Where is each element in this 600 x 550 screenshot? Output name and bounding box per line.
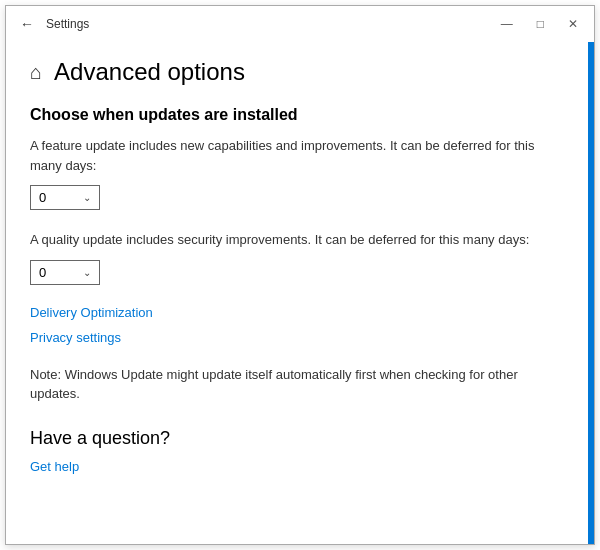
links-section: Delivery Optimization Privacy settings xyxy=(30,305,564,345)
section-title: Choose when updates are installed xyxy=(30,106,564,124)
title-bar: ← Settings — □ ✕ xyxy=(6,6,594,42)
note-text: Note: Windows Update might update itself… xyxy=(30,365,564,404)
get-help-link[interactable]: Get help xyxy=(30,459,79,474)
delivery-optimization-link[interactable]: Delivery Optimization xyxy=(30,305,564,320)
maximize-button[interactable]: □ xyxy=(533,16,548,32)
title-bar-left: ← Settings xyxy=(18,14,89,34)
feature-update-description: A feature update includes new capabiliti… xyxy=(30,136,564,175)
feature-update-value: 0 xyxy=(39,190,46,205)
have-a-question-title: Have a question? xyxy=(30,428,564,449)
window-title: Settings xyxy=(46,17,89,31)
minimize-button[interactable]: — xyxy=(497,16,517,32)
close-button[interactable]: ✕ xyxy=(564,16,582,32)
main-content: ⌂ Advanced options Choose when updates a… xyxy=(6,42,588,544)
settings-window: ← Settings — □ ✕ ⌂ Advanced options Choo… xyxy=(5,5,595,545)
quality-update-dropdown-wrapper: 0 ⌄ xyxy=(30,260,564,285)
home-icon: ⌂ xyxy=(30,61,42,84)
title-bar-controls: — □ ✕ xyxy=(497,16,582,32)
feature-update-dropdown-wrapper: 0 ⌄ xyxy=(30,185,564,210)
page-header: ⌂ Advanced options xyxy=(30,58,564,86)
privacy-settings-link[interactable]: Privacy settings xyxy=(30,330,564,345)
quality-dropdown-arrow: ⌄ xyxy=(83,267,91,278)
sidebar-accent xyxy=(588,42,594,544)
window-inner: ⌂ Advanced options Choose when updates a… xyxy=(6,42,594,544)
quality-update-description: A quality update includes security impro… xyxy=(30,230,564,250)
feature-update-dropdown[interactable]: 0 ⌄ xyxy=(30,185,100,210)
quality-update-value: 0 xyxy=(39,265,46,280)
back-button[interactable]: ← xyxy=(18,14,36,34)
feature-dropdown-arrow: ⌄ xyxy=(83,192,91,203)
quality-update-dropdown[interactable]: 0 ⌄ xyxy=(30,260,100,285)
page-title: Advanced options xyxy=(54,58,245,86)
